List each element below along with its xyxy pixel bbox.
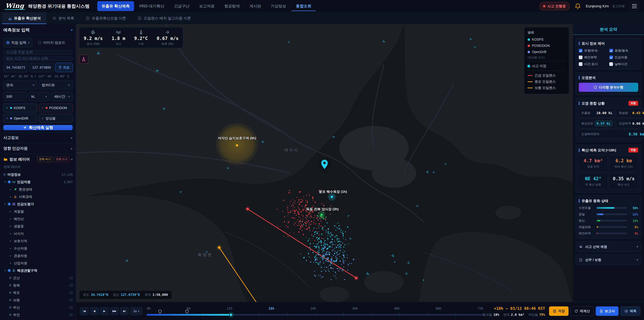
layer-item[interactable]: ▸해안선 [3, 215, 72, 222]
nav-item[interactable]: 항공탐색 [220, 1, 244, 11]
layer-toggle[interactable] [8, 269, 10, 272]
display-option[interactable]: 해안부착 [579, 55, 608, 60]
layer-item[interactable]: ▾민감자원3,947 [3, 178, 72, 186]
oil-type-select[interactable]: 벙커C유 [39, 80, 73, 90]
checkbox[interactable] [579, 62, 582, 66]
save-button[interactable]: 저장 [549, 306, 568, 316]
layer-item[interactable]: ▸생물종 [3, 222, 72, 230]
skip-start-button[interactable]: |◀ [80, 307, 88, 315]
timeline-knob[interactable] [229, 313, 233, 317]
predict-button[interactable]: 예측 [620, 306, 640, 316]
layer-toggle[interactable] [8, 203, 10, 205]
notification-bell-icon[interactable] [574, 3, 581, 10]
nav-item[interactable]: 기상정보 [266, 1, 290, 11]
duration-select[interactable]: 48시간 [52, 92, 72, 101]
tab[interactable]: 분석 목록 [46, 13, 80, 24]
checkbox[interactable] [609, 62, 613, 66]
oil-fence-line[interactable] [219, 247, 258, 302]
layer-toggle[interactable] [9, 299, 12, 301]
layer-toggle[interactable] [9, 284, 12, 286]
map[interactable]: 여수시화양면 여자만 습지보호구역 (6h)웅포 해수욕장 (1h)독동 전복 … [76, 24, 573, 302]
skip-end-button[interactable]: ▶| [120, 307, 129, 315]
layer-item[interactable]: 동해 [3, 281, 72, 289]
display-option[interactable]: 시간 표시 [579, 62, 608, 66]
amount-input[interactable] [3, 92, 27, 101]
display-option[interactable]: 풍향/풍속 [609, 49, 638, 53]
nav-item[interactable]: 유출유 확산예측 [97, 1, 134, 11]
step-back-button[interactable]: ◀ [90, 307, 98, 315]
menu-button[interactable] [630, 2, 639, 11]
layer-toggle[interactable] [9, 314, 12, 316]
layer-item[interactable]: 부산 [3, 304, 72, 311]
tab[interactable]: 유출유 확산분석 [2, 13, 46, 24]
latitude-input[interactable] [3, 63, 28, 72]
tab[interactable]: 유출유확산모델 이론 [80, 13, 132, 24]
layer-item[interactable]: 부안 [3, 311, 72, 318]
map-pick-button[interactable]: 지도 [55, 63, 72, 72]
layer-toggle[interactable] [9, 291, 12, 294]
play-button[interactable]: ▶ [100, 307, 109, 315]
logout-link[interactable]: 로그아웃 [612, 4, 625, 9]
model-chip[interactable]: ✓POSEIDON [39, 104, 73, 112]
incident-pin[interactable] [321, 159, 328, 169]
layer-item[interactable]: ▾해경관할구역 [3, 267, 72, 274]
nav-item[interactable]: 게시판 [245, 1, 265, 11]
speed-select[interactable]: 1x▾ [130, 307, 142, 315]
layer-item[interactable]: 사천 [3, 318, 72, 320]
layer-item[interactable]: ▸수산자원 [3, 245, 72, 252]
layers-header[interactable]: 정보 레이어 전체 켜기 전체 끄기 [3, 154, 72, 164]
nav-item[interactable]: HNS·대기확산 [135, 1, 168, 11]
run-prediction-button[interactable]: 확산예측 실행 [3, 125, 72, 130]
layer-item[interactable]: 보령 [3, 296, 72, 304]
layer-toggle[interactable] [3, 173, 6, 176]
model-chip[interactable]: ✓앙상블 [39, 114, 73, 123]
layer-item[interactable]: ▸산업자원 [3, 259, 72, 267]
layer-toggle[interactable] [9, 306, 12, 308]
sidebar-section[interactable]: 영향 민감자원▸ [3, 143, 72, 154]
spill-type-select[interactable]: 연속 [3, 80, 37, 90]
layer-item[interactable]: ▸계절별 [3, 208, 72, 215]
layer-item[interactable]: 어장정보17,129 [3, 171, 72, 178]
checkbox[interactable] [609, 56, 613, 59]
display-option[interactable]: 유향/유속 [579, 49, 608, 53]
layer-toggle[interactable] [9, 277, 12, 279]
incident-name-input[interactable] [3, 50, 72, 54]
display-option[interactable]: 민감자원 [609, 55, 638, 60]
layer-item[interactable]: ▸환경생태 [3, 186, 72, 193]
longitude-input[interactable] [29, 63, 54, 72]
layer-item[interactable]: 군산 [3, 274, 72, 281]
polygon-analysis-button[interactable]: 다각형 분석수행 [579, 83, 638, 92]
nav-item[interactable]: 보고자료 [195, 1, 219, 11]
tab[interactable]: 오일펜스 배치 알고리즘 이론 [132, 13, 197, 24]
layer-item[interactable]: ▸관광자원 [3, 252, 72, 259]
nav-item[interactable]: 긴급구난 [170, 1, 194, 11]
measure-tool-button[interactable] [79, 55, 88, 64]
model-chip[interactable]: ✓OpenDrift [3, 114, 37, 123]
radio-option[interactable]: 직접 입력 [3, 38, 32, 47]
layer-item[interactable]: 목포 [3, 289, 72, 296]
recalculate-button[interactable]: 재계산 [570, 306, 594, 316]
checkbox[interactable] [579, 49, 582, 53]
all-layers-on-button[interactable]: 전체 켜기 [37, 157, 52, 162]
sidebar-section[interactable]: 사고정보▸ [3, 132, 72, 143]
all-layers-off-button[interactable]: 전체 끄기 [54, 157, 69, 162]
layer-item[interactable]: ▸서식지 [3, 230, 72, 237]
layer-item[interactable]: ▾민감도평가 [3, 200, 72, 208]
panel-section-collapsed[interactable]: 사고 선박 제원▾ [576, 241, 641, 252]
timeline-slider[interactable] [146, 314, 484, 316]
display-option[interactable]: 날짜시간 [609, 62, 638, 66]
report-button[interactable]: 보고서 [596, 306, 618, 316]
unit-select[interactable]: kL [28, 92, 50, 101]
model-chip[interactable]: ✓KOSPS [3, 104, 37, 112]
panel-section-collapsed[interactable]: 선주 / 보험▾ [576, 254, 641, 265]
layer-item[interactable]: ▸사회경제 [3, 193, 72, 200]
radio-option[interactable]: 이미지 업로드 [38, 38, 65, 47]
fast-forward-button[interactable]: ▶▶ [110, 307, 119, 315]
layer-item[interactable]: ▸보호지역 [3, 237, 72, 245]
checkbox[interactable] [579, 56, 582, 59]
checkbox[interactable] [609, 49, 613, 53]
nav-item[interactable]: 통합조회 [292, 1, 316, 11]
layer-toggle[interactable] [8, 181, 10, 183]
prediction-input-header[interactable]: 예측정보 입력 [3, 27, 72, 35]
incident-list-input[interactable] [3, 56, 72, 61]
